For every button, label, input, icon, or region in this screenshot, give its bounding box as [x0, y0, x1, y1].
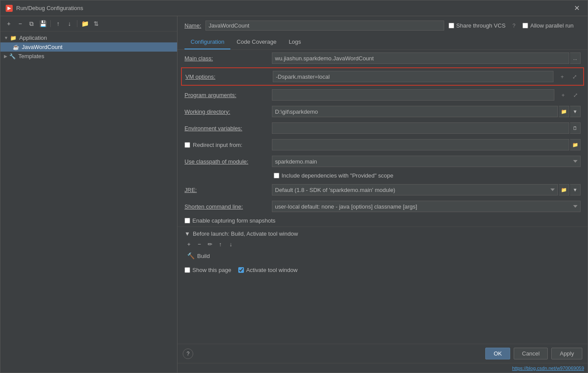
move-to-folder-button[interactable]: 📁 [80, 19, 90, 28]
jre-browse-button[interactable]: 📁 [559, 184, 569, 195]
sidebar-toolbar: + − ⧉ 💾 ↑ ↓ 📁 ⇅ [0, 16, 177, 31]
tree-templates[interactable]: ▶ 🔧 Templates [0, 52, 177, 61]
shorten-cmd-row: Shorten command line: user-local default… [177, 198, 588, 215]
templates-label: Templates [18, 53, 44, 59]
tab-configuration[interactable]: Configuration [184, 35, 230, 49]
form-content: Main class: ... VM options: + ⤢ [177, 50, 588, 344]
copy-config-button[interactable]: ⧉ [27, 19, 36, 28]
main-class-field-group: ... [272, 52, 581, 64]
env-vars-input[interactable] [272, 122, 569, 134]
vm-options-label: VM options: [185, 73, 273, 80]
show-page-checkbox[interactable] [184, 267, 190, 273]
vm-expand-button[interactable]: ⤢ [569, 71, 580, 82]
args-add-button[interactable]: + [558, 89, 568, 101]
java-config-icon: ☕ [13, 44, 19, 50]
tree-java-word-count[interactable]: ☕ JavaWordCount [0, 42, 177, 52]
include-deps-checkbox[interactable] [274, 173, 279, 178]
program-args-field-group: + ⤢ [272, 89, 581, 101]
dialog-title: Run/Debug Configurations [16, 5, 571, 11]
working-dir-label: Working directory: [184, 108, 272, 115]
bottom-right: OK Cancel Apply [485, 348, 582, 359]
move-down-button[interactable]: ↓ [65, 19, 74, 28]
program-args-input[interactable] [272, 89, 554, 101]
ok-button[interactable]: OK [485, 348, 510, 359]
shorten-cmd-field-group: user-local default: none - java [options… [272, 201, 581, 212]
tab-logs[interactable]: Logs [282, 35, 307, 49]
title-bar: ▶ Run/Debug Configurations ✕ [0, 0, 588, 16]
vm-options-field-group: + ⤢ [273, 71, 580, 82]
redirect-input-browse-button[interactable]: 📁 [570, 139, 581, 150]
before-launch-toolbar: + − ✏ ↑ ↓ [184, 240, 581, 248]
redirect-input-label: Redirect input from: [193, 142, 242, 148]
enable-snapshots-checkbox[interactable] [184, 218, 190, 223]
activate-tool-window-checkbox[interactable] [238, 267, 244, 273]
jre-select[interactable]: Default (1.8 - SDK of 'sparkdemo.main' m… [272, 184, 558, 195]
before-launch-add-button[interactable]: + [184, 240, 193, 248]
toolbar-separator-2 [77, 20, 77, 27]
vm-options-actions: + ⤢ [556, 71, 580, 82]
include-deps-row: Include dependencies with "Provided" sco… [177, 170, 588, 181]
bottom-bar: ? OK Cancel Apply [177, 344, 588, 363]
save-config-button[interactable]: 💾 [38, 19, 48, 28]
shorten-cmd-select[interactable]: user-local default: none - java [options… [272, 201, 581, 212]
allow-parallel-checkbox[interactable] [522, 23, 528, 28]
before-launch-down-button[interactable]: ↓ [226, 240, 235, 248]
env-vars-edit-button[interactable]: 🗒 [570, 122, 581, 134]
vcs-help-icon[interactable]: ? [512, 23, 515, 29]
bottom-left: ? [183, 349, 193, 359]
include-deps-label[interactable]: Include dependencies with "Provided" sco… [274, 172, 393, 179]
allow-parallel-checkbox-label[interactable]: Allow parallel run [522, 22, 574, 29]
status-url[interactable]: https://blog.csdn.net/w970069059 [512, 366, 584, 371]
args-expand-button[interactable]: ⤢ [570, 89, 581, 101]
bottom-checkboxes: Show this page Activate tool window [177, 264, 588, 276]
cancel-button[interactable]: Cancel [514, 348, 548, 359]
jre-dropdown-button[interactable]: ▼ [570, 184, 581, 195]
status-bar: https://blog.csdn.net/w970069059 [177, 363, 588, 373]
tab-code-coverage[interactable]: Code Coverage [230, 35, 282, 49]
application-group-icon: 📁 [10, 35, 17, 41]
redirect-input-field-group: 📁 [272, 139, 581, 150]
enable-snapshots-row: Enable capturing form snapshots [177, 215, 588, 227]
java-word-count-label: JavaWordCount [22, 44, 63, 50]
show-page-label[interactable]: Show this page [184, 267, 231, 273]
name-input[interactable] [205, 21, 444, 31]
working-dir-input[interactable] [272, 106, 558, 117]
vcs-row: Share through VCS ? Allow parallel run [449, 22, 581, 29]
main-class-input[interactable] [272, 52, 569, 64]
main-class-browse-button[interactable]: ... [570, 52, 581, 64]
main-panel: Name: Share through VCS ? Allow parallel… [177, 16, 588, 373]
apply-button[interactable]: Apply [551, 348, 582, 359]
vm-options-input[interactable] [273, 71, 553, 82]
before-launch-collapse-icon[interactable]: ▼ [184, 230, 190, 237]
before-launch-up-button[interactable]: ↑ [216, 240, 225, 248]
application-group-label: Application [19, 35, 47, 41]
sort-button[interactable]: ⇅ [91, 19, 101, 28]
help-button[interactable]: ? [183, 349, 193, 359]
remove-config-button[interactable]: − [15, 19, 25, 28]
program-args-row: Program arguments: + ⤢ [177, 87, 588, 103]
jre-label: JRE: [184, 187, 272, 193]
use-classpath-row: Use classpath of module: sparkdemo.main [177, 153, 588, 170]
working-dir-dropdown-button[interactable]: ▼ [570, 106, 581, 117]
enable-snapshots-label[interactable]: Enable capturing form snapshots [184, 217, 275, 224]
before-launch-edit-button[interactable]: ✏ [205, 240, 214, 248]
use-classpath-select[interactable]: sparkdemo.main [272, 156, 581, 167]
share-vcs-checkbox-label[interactable]: Share through VCS [449, 22, 506, 29]
activate-tool-window-label[interactable]: Activate tool window [238, 267, 298, 273]
close-button[interactable]: ✕ [571, 3, 582, 13]
share-vcs-checkbox[interactable] [449, 23, 454, 28]
tree-application-group[interactable]: ▼ 📁 Application [0, 33, 177, 42]
working-dir-browse-button[interactable]: 📁 [559, 106, 569, 117]
config-tree: ▼ 📁 Application ☕ JavaWordCount ▶ 🔧 Temp… [0, 31, 177, 373]
before-launch-remove-button[interactable]: − [195, 240, 204, 248]
add-config-button[interactable]: + [4, 19, 14, 28]
toolbar-separator-1 [50, 20, 51, 27]
tabs-bar: Configuration Code Coverage Logs [177, 35, 588, 50]
vm-options-row: VM options: + ⤢ [181, 67, 584, 86]
redirect-input-checkbox[interactable] [184, 142, 190, 148]
move-up-button[interactable]: ↑ [53, 19, 63, 28]
vm-add-button[interactable]: + [557, 71, 567, 82]
program-args-label: Program arguments: [184, 92, 272, 98]
redirect-input-input[interactable] [272, 139, 569, 150]
program-args-actions: + ⤢ [557, 89, 581, 101]
